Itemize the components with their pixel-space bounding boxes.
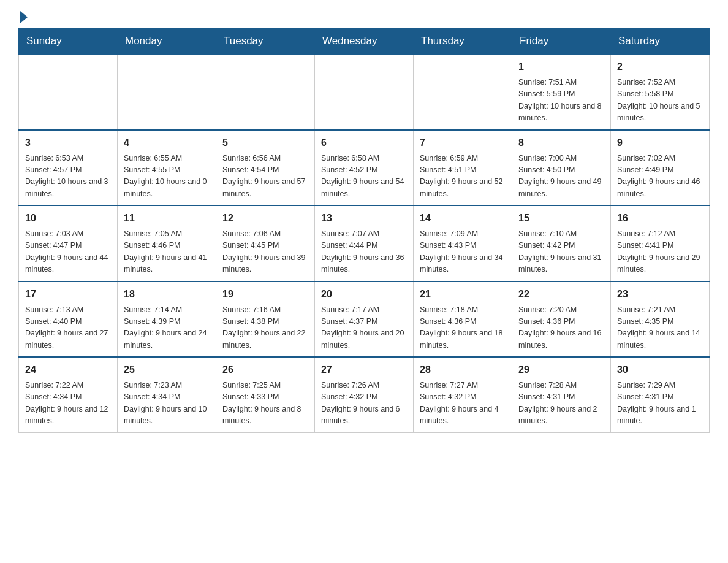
- calendar-cell: [118, 54, 216, 130]
- day-number: 24: [25, 362, 111, 377]
- day-number: 30: [617, 362, 703, 377]
- calendar-cell: 27Sunrise: 7:26 AMSunset: 4:32 PMDayligh…: [315, 357, 414, 432]
- calendar-cell: 15Sunrise: 7:10 AMSunset: 4:42 PMDayligh…: [512, 205, 611, 282]
- day-number: 16: [617, 211, 703, 226]
- day-number: 8: [518, 136, 604, 150]
- day-number: 5: [222, 136, 308, 150]
- day-number: 9: [617, 136, 703, 150]
- day-info: Sunrise: 7:21 AMSunset: 4:35 PMDaylight:…: [617, 304, 703, 352]
- calendar-header-row: SundayMondayTuesdayWednesdayThursdayFrid…: [19, 29, 710, 55]
- day-info: Sunrise: 7:26 AMSunset: 4:32 PMDaylight:…: [321, 380, 407, 427]
- day-header-monday: Monday: [118, 29, 216, 55]
- calendar-cell: 10Sunrise: 7:03 AMSunset: 4:47 PMDayligh…: [19, 205, 118, 282]
- day-info: Sunrise: 6:58 AMSunset: 4:52 PMDaylight:…: [321, 153, 407, 201]
- day-header-friday: Friday: [512, 29, 611, 55]
- logo-triangle-icon: [20, 11, 28, 23]
- day-number: 4: [124, 136, 210, 150]
- day-info: Sunrise: 7:17 AMSunset: 4:37 PMDaylight:…: [321, 304, 407, 352]
- day-info: Sunrise: 7:29 AMSunset: 4:31 PMDaylight:…: [617, 380, 703, 427]
- day-info: Sunrise: 7:12 AMSunset: 4:41 PMDaylight:…: [617, 228, 703, 276]
- day-number: 6: [321, 136, 407, 150]
- day-number: 15: [518, 211, 604, 226]
- day-number: 14: [420, 211, 506, 226]
- calendar-cell: 19Sunrise: 7:16 AMSunset: 4:38 PMDayligh…: [216, 282, 315, 358]
- calendar-cell: 3Sunrise: 6:53 AMSunset: 4:57 PMDaylight…: [19, 130, 118, 206]
- day-number: 25: [124, 362, 210, 377]
- day-info: Sunrise: 7:25 AMSunset: 4:33 PMDaylight:…: [222, 380, 308, 427]
- day-info: Sunrise: 7:02 AMSunset: 4:49 PMDaylight:…: [617, 153, 703, 201]
- day-header-sunday: Sunday: [19, 29, 118, 55]
- day-info: Sunrise: 7:06 AMSunset: 4:45 PMDaylight:…: [222, 228, 308, 276]
- day-number: 20: [321, 287, 407, 302]
- calendar-cell: 11Sunrise: 7:05 AMSunset: 4:46 PMDayligh…: [118, 205, 216, 282]
- calendar-week-row: 17Sunrise: 7:13 AMSunset: 4:40 PMDayligh…: [19, 282, 710, 358]
- day-number: 13: [321, 211, 407, 226]
- calendar-cell: 29Sunrise: 7:28 AMSunset: 4:31 PMDayligh…: [512, 357, 611, 432]
- day-info: Sunrise: 6:55 AMSunset: 4:55 PMDaylight:…: [124, 153, 210, 201]
- day-info: Sunrise: 7:52 AMSunset: 5:58 PMDaylight:…: [617, 77, 703, 124]
- day-number: 29: [518, 362, 604, 377]
- calendar-cell: 24Sunrise: 7:22 AMSunset: 4:34 PMDayligh…: [19, 357, 118, 432]
- calendar-cell: 12Sunrise: 7:06 AMSunset: 4:45 PMDayligh…: [216, 205, 315, 282]
- day-info: Sunrise: 7:23 AMSunset: 4:34 PMDaylight:…: [124, 380, 210, 427]
- day-number: 2: [617, 59, 703, 74]
- day-info: Sunrise: 7:03 AMSunset: 4:47 PMDaylight:…: [25, 228, 111, 276]
- calendar-cell: [315, 54, 414, 130]
- calendar-cell: 25Sunrise: 7:23 AMSunset: 4:34 PMDayligh…: [118, 357, 216, 432]
- day-info: Sunrise: 7:14 AMSunset: 4:39 PMDaylight:…: [124, 304, 210, 352]
- day-header-wednesday: Wednesday: [315, 29, 414, 55]
- day-number: 28: [420, 362, 506, 377]
- day-header-tuesday: Tuesday: [216, 29, 315, 55]
- day-number: 21: [420, 287, 506, 302]
- day-number: 1: [518, 59, 604, 74]
- calendar-cell: 2Sunrise: 7:52 AMSunset: 5:58 PMDaylight…: [611, 54, 710, 130]
- calendar-week-row: 10Sunrise: 7:03 AMSunset: 4:47 PMDayligh…: [19, 205, 710, 282]
- calendar-cell: 1Sunrise: 7:51 AMSunset: 5:59 PMDaylight…: [512, 54, 611, 130]
- calendar-week-row: 1Sunrise: 7:51 AMSunset: 5:59 PMDaylight…: [19, 54, 710, 130]
- day-info: Sunrise: 6:59 AMSunset: 4:51 PMDaylight:…: [420, 153, 506, 201]
- day-header-saturday: Saturday: [611, 29, 710, 55]
- calendar-cell: 6Sunrise: 6:58 AMSunset: 4:52 PMDaylight…: [315, 130, 414, 206]
- calendar-cell: 4Sunrise: 6:55 AMSunset: 4:55 PMDaylight…: [118, 130, 216, 206]
- day-header-thursday: Thursday: [414, 29, 512, 55]
- calendar-week-row: 24Sunrise: 7:22 AMSunset: 4:34 PMDayligh…: [19, 357, 710, 432]
- day-info: Sunrise: 7:18 AMSunset: 4:36 PMDaylight:…: [420, 304, 506, 352]
- calendar-cell: 21Sunrise: 7:18 AMSunset: 4:36 PMDayligh…: [414, 282, 512, 358]
- day-number: 19: [222, 287, 308, 302]
- day-number: 26: [222, 362, 308, 377]
- day-info: Sunrise: 7:13 AMSunset: 4:40 PMDaylight:…: [25, 304, 111, 352]
- day-info: Sunrise: 6:56 AMSunset: 4:54 PMDaylight:…: [222, 153, 308, 201]
- day-number: 11: [124, 211, 210, 226]
- calendar-cell: [216, 54, 315, 130]
- calendar-cell: 5Sunrise: 6:56 AMSunset: 4:54 PMDaylight…: [216, 130, 315, 206]
- calendar-cell: 30Sunrise: 7:29 AMSunset: 4:31 PMDayligh…: [611, 357, 710, 432]
- day-number: 17: [25, 287, 111, 302]
- calendar-cell: 20Sunrise: 7:17 AMSunset: 4:37 PMDayligh…: [315, 282, 414, 358]
- calendar-cell: 9Sunrise: 7:02 AMSunset: 4:49 PMDaylight…: [611, 130, 710, 206]
- day-number: 18: [124, 287, 210, 302]
- day-number: 27: [321, 362, 407, 377]
- day-info: Sunrise: 6:53 AMSunset: 4:57 PMDaylight:…: [25, 153, 111, 201]
- calendar-cell: 23Sunrise: 7:21 AMSunset: 4:35 PMDayligh…: [611, 282, 710, 358]
- calendar-cell: 26Sunrise: 7:25 AMSunset: 4:33 PMDayligh…: [216, 357, 315, 432]
- page-header: [18, 12, 710, 21]
- day-info: Sunrise: 7:28 AMSunset: 4:31 PMDaylight:…: [518, 380, 604, 427]
- calendar-cell: [19, 54, 118, 130]
- day-info: Sunrise: 7:51 AMSunset: 5:59 PMDaylight:…: [518, 77, 604, 124]
- day-info: Sunrise: 7:22 AMSunset: 4:34 PMDaylight:…: [25, 380, 111, 427]
- calendar-cell: [414, 54, 512, 130]
- calendar-cell: 18Sunrise: 7:14 AMSunset: 4:39 PMDayligh…: [118, 282, 216, 358]
- day-info: Sunrise: 7:07 AMSunset: 4:44 PMDaylight:…: [321, 228, 407, 276]
- day-number: 22: [518, 287, 604, 302]
- calendar-cell: 22Sunrise: 7:20 AMSunset: 4:36 PMDayligh…: [512, 282, 611, 358]
- day-info: Sunrise: 7:09 AMSunset: 4:43 PMDaylight:…: [420, 228, 506, 276]
- day-info: Sunrise: 7:27 AMSunset: 4:32 PMDaylight:…: [420, 380, 506, 427]
- calendar-cell: 17Sunrise: 7:13 AMSunset: 4:40 PMDayligh…: [19, 282, 118, 358]
- calendar-table: SundayMondayTuesdayWednesdayThursdayFrid…: [18, 28, 710, 433]
- calendar-cell: 7Sunrise: 6:59 AMSunset: 4:51 PMDaylight…: [414, 130, 512, 206]
- day-number: 7: [420, 136, 506, 150]
- calendar-cell: 28Sunrise: 7:27 AMSunset: 4:32 PMDayligh…: [414, 357, 512, 432]
- day-number: 10: [25, 211, 111, 226]
- logo: [18, 12, 29, 21]
- calendar-cell: 16Sunrise: 7:12 AMSunset: 4:41 PMDayligh…: [611, 205, 710, 282]
